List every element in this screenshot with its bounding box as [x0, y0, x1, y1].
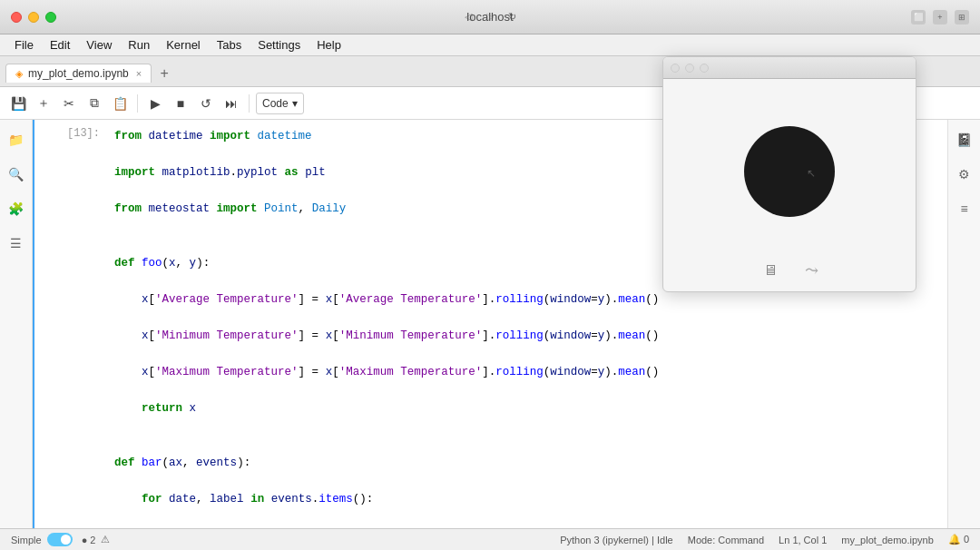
cursor-position: Ln 1, Col 1 — [779, 535, 827, 545]
menu-settings[interactable]: Settings — [250, 36, 308, 54]
tab-label: my_plot_demo.ipynb — [28, 67, 129, 80]
cursor-indicator: ↖ — [807, 167, 816, 180]
left-sidebar: 📁 🔍 🧩 ☰ — [0, 120, 33, 528]
menu-bar: File Edit View Run Kernel Tabs Settings … — [0, 34, 980, 56]
paste-button[interactable]: 📋 — [109, 93, 131, 114]
sidebar-icon-search[interactable]: 🔍 — [4, 162, 29, 187]
menu-edit[interactable]: Edit — [43, 36, 77, 54]
restart-button[interactable]: ↺ — [195, 93, 217, 114]
menu-help[interactable]: Help — [309, 36, 348, 54]
tab-close-button[interactable]: × — [136, 68, 142, 79]
cell-number: [13]: — [34, 123, 107, 528]
right-sidebar-notebook-icon[interactable]: 📓 — [952, 127, 977, 152]
notebook-tab[interactable]: ◈ my_plot_demo.ipynb × — [5, 64, 152, 83]
float-tl-2 — [685, 64, 694, 73]
float-tl-1 — [671, 64, 680, 73]
float-panel-bottom: 🖥 ⤳ — [663, 260, 916, 280]
float-panel: ↖ 🖥 ⤳ — [662, 56, 916, 292]
window-title: localhost — [466, 10, 513, 24]
float-tl-3 — [700, 64, 709, 73]
monitor-icon: 🖥 — [763, 262, 778, 279]
title-bar: ◁ ▷ localhost ↻ ⬜ + ⊞ — [0, 0, 980, 34]
toolbar-separator-2 — [249, 94, 250, 113]
new-window-button[interactable]: ⬜ — [911, 10, 926, 25]
float-panel-titlebar — [663, 57, 916, 79]
toggle-knob — [61, 535, 71, 545]
menu-kernel[interactable]: Kernel — [159, 36, 208, 54]
minimize-button[interactable] — [28, 12, 39, 23]
right-sidebar: 📓 ⚙ ≡ — [947, 120, 980, 528]
close-button[interactable] — [11, 12, 22, 23]
right-sidebar-list-icon[interactable]: ≡ — [952, 196, 977, 221]
maximize-button[interactable] — [45, 12, 56, 23]
status-left: Simple ● 2 ⚠ — [11, 533, 110, 546]
title-bar-right: ⬜ + ⊞ — [911, 10, 969, 25]
notebook-icon: ◈ — [15, 68, 23, 80]
mode-toggle[interactable] — [47, 533, 73, 546]
save-button[interactable]: 💾 — [7, 93, 29, 114]
menu-tabs[interactable]: Tabs — [210, 36, 249, 54]
run-button[interactable]: ▶ — [144, 93, 166, 114]
right-sidebar-settings-icon[interactable]: ⚙ — [952, 162, 977, 187]
cut-button[interactable]: ✂ — [58, 93, 80, 114]
sidebar-icon-files[interactable]: 📁 — [4, 127, 29, 152]
add-cell-button[interactable]: ＋ — [33, 93, 54, 114]
menu-run[interactable]: Run — [121, 36, 157, 54]
menu-file[interactable]: File — [7, 36, 41, 54]
cell-type-arrow: ▾ — [292, 97, 298, 110]
stop-button[interactable]: ■ — [170, 93, 191, 114]
arrow-icon: ⤳ — [805, 260, 817, 280]
mode-command: Mode: Command — [688, 535, 764, 545]
split-button[interactable]: ⊞ — [955, 10, 969, 25]
cell-type-label: Code — [262, 97, 289, 110]
file-name: my_plot_demo.ipynb — [841, 535, 934, 545]
cell-type-dropdown[interactable]: Code ▾ — [256, 93, 304, 114]
sidebar-icon-menu[interactable]: ☰ — [4, 231, 29, 256]
warning-icon: ⚠ — [101, 534, 110, 545]
toolbar-separator-1 — [137, 94, 138, 113]
status-right: Python 3 (ipykernel) | Idle Mode: Comman… — [560, 534, 969, 545]
kernel-info: Python 3 (ipykernel) | Idle — [560, 535, 673, 545]
sidebar-icon-extensions[interactable]: 🧩 — [4, 196, 29, 221]
copy-button[interactable]: ⧉ — [83, 93, 105, 114]
new-tab-button[interactable]: + — [155, 64, 173, 83]
black-circle-graphic — [744, 126, 835, 217]
menu-view[interactable]: View — [79, 36, 119, 54]
bell-icon: 🔔 0 — [948, 534, 969, 545]
kernel-badge-num: ● 2 — [82, 535, 96, 545]
new-tab-button[interactable]: + — [933, 10, 947, 25]
float-panel-content — [663, 79, 916, 291]
mode-label: Simple — [11, 535, 42, 545]
status-bar: Simple ● 2 ⚠ Python 3 (ipykernel) | Idle… — [0, 528, 980, 550]
traffic-lights[interactable] — [11, 12, 56, 23]
restart-run-button[interactable]: ⏭ — [220, 93, 242, 114]
